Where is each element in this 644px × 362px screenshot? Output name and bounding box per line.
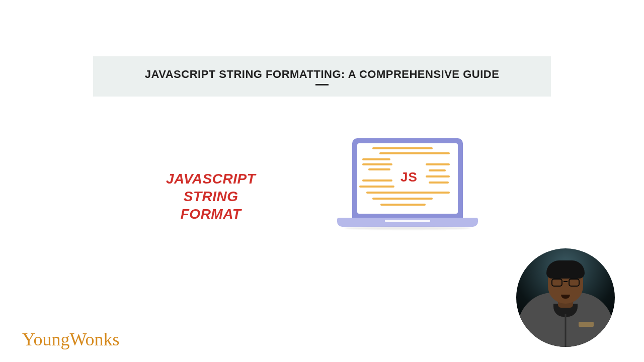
code-line-icon bbox=[362, 179, 392, 182]
presenter-hair-icon bbox=[546, 260, 585, 279]
brand-logo: YoungWonks bbox=[22, 329, 120, 350]
laptop-screen: JS bbox=[352, 138, 463, 219]
title-band: JAVASCRIPT STRING FORMATTING: A COMPREHE… bbox=[93, 56, 551, 97]
laptop-base bbox=[337, 218, 478, 227]
code-line-icon bbox=[380, 204, 426, 206]
hero-line-1: JAVASCRIPT bbox=[166, 171, 256, 187]
code-line-icon bbox=[362, 163, 392, 165]
code-line-icon bbox=[429, 169, 446, 171]
code-line-icon bbox=[366, 192, 450, 194]
presenter-zip-icon bbox=[565, 314, 567, 347]
page-title: JAVASCRIPT STRING FORMATTING: A COMPREHE… bbox=[145, 68, 500, 81]
code-line-icon bbox=[379, 152, 450, 154]
code-line-icon bbox=[429, 182, 449, 184]
laptop-screen-inner: JS bbox=[357, 143, 458, 214]
hero-line-3: FORMAT bbox=[181, 206, 242, 222]
code-line-icon bbox=[372, 198, 433, 200]
code-line-icon bbox=[372, 147, 433, 149]
code-line-icon bbox=[426, 175, 450, 177]
code-line-icon bbox=[426, 163, 450, 165]
code-line-icon bbox=[362, 158, 390, 160]
js-label: JS bbox=[400, 169, 418, 185]
hero-text: JAVASCRIPT STRING FORMAT bbox=[166, 170, 256, 223]
hero-section: JAVASCRIPT STRING FORMAT JS bbox=[166, 136, 478, 256]
code-line-icon bbox=[359, 186, 394, 188]
presenter-badge-icon bbox=[579, 322, 594, 327]
hero-line-2: STRING bbox=[184, 189, 238, 204]
laptop-illustration: JS bbox=[337, 138, 478, 254]
title-underline bbox=[315, 84, 329, 85]
glasses-icon bbox=[550, 279, 581, 288]
presenter-webcam bbox=[516, 248, 615, 347]
code-line-icon bbox=[368, 168, 390, 170]
